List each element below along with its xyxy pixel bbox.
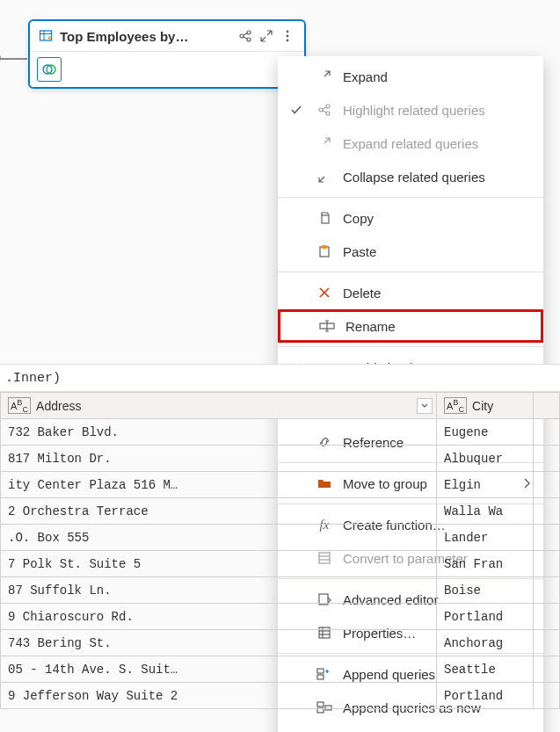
menu-merge-queries[interactable]: Merge queries [278,724,543,732]
cell-address: 732 Baker Blvd. [1,419,437,446]
menu-separator [278,197,543,198]
svg-point-13 [319,108,323,112]
rename-icon [317,319,337,333]
svg-point-10 [287,40,289,42]
node-input-port[interactable] [0,53,1,63]
cell-city: Albuquer [437,446,534,472]
menu-expand-related[interactable]: Expand related queries [278,127,543,160]
table-row[interactable]: 732 Baker Blvd.Eugene [1,419,560,446]
delete-icon [315,286,334,300]
menu-paste[interactable]: Paste [278,235,543,268]
svg-point-4 [247,31,251,34]
menu-delete[interactable]: Delete [278,276,543,309]
cell-city: Boise [437,577,534,604]
svg-line-6 [244,33,247,35]
expand-arrows-icon[interactable] [258,28,274,44]
share-icon[interactable] [237,28,253,44]
svg-point-3 [240,34,244,38]
cell-extra [534,472,560,498]
svg-point-14 [326,105,330,108]
expand-icon [315,69,334,83]
cell-extra [534,656,560,683]
cell-address: 9 Chiaroscuro Rd. [1,604,437,630]
node-connector-line [0,58,27,60]
table-row[interactable]: .O. Box 555Lander [1,525,560,551]
cell-city: Anchorag [437,630,534,656]
column-header-city[interactable]: ABC City [437,393,534,419]
text-type-icon: ABC [444,397,467,415]
cell-extra [534,604,560,630]
cell-city: Seattle [437,656,534,683]
menu-expand[interactable]: Expand [278,60,543,93]
more-options-icon[interactable] [280,28,295,44]
svg-point-15 [326,112,330,115]
cell-address: 2 Orchestra Terrace [1,498,437,525]
menu-separator [278,346,543,347]
cell-address: 743 Bering St. [1,630,437,656]
table-row[interactable]: 9 Chiaroscuro Rd.Portland [1,604,560,630]
cell-city: Portland [437,683,534,709]
svg-line-17 [323,111,326,112]
svg-point-9 [287,35,289,38]
cell-city: Eugene [437,419,534,446]
collapse-in-icon [315,170,334,184]
table-row[interactable]: 743 Bering St.Anchorag [1,630,560,656]
cell-address: ity Center Plaza 516 M… [1,472,437,498]
cell-extra [534,551,560,577]
cell-address: .O. Box 555 [1,525,437,551]
menu-highlight-related[interactable]: Highlight related queries [278,93,543,127]
svg-line-16 [323,107,326,109]
column-header-address[interactable]: ABC Address [1,393,437,419]
table-row[interactable]: 7 Polk St. Suite 5San Fran [1,551,560,577]
formula-bar[interactable]: .Inner) [0,364,560,392]
merge-step-icon[interactable] [37,57,62,82]
column-header-extra[interactable] [534,393,560,419]
menu-rename[interactable]: Rename [278,309,543,343]
data-table: ABC Address ABC City 732 Baker Blvd.Euge… [0,392,560,709]
cell-city: Walla Wa [437,498,534,525]
cell-extra [534,630,560,656]
cell-extra [534,683,560,709]
table-row[interactable]: ity Center Plaza 516 M…Elgin [1,472,560,498]
checkmark-icon [287,104,306,116]
cell-extra [534,577,560,604]
formula-text: .Inner) [5,371,61,386]
menu-collapse-related[interactable]: Collapse related queries [278,160,543,193]
svg-rect-20 [323,246,326,249]
cell-address: 87 Suffolk Ln. [1,577,437,604]
cell-city: Elgin [437,472,534,498]
copy-icon [315,211,334,225]
table-row[interactable]: 9 Jefferson Way Suite 2Portland [1,683,560,709]
svg-rect-18 [322,215,329,223]
share-icon [315,103,334,117]
menu-separator [278,272,543,272]
cell-extra [534,446,560,472]
table-row[interactable]: 05 - 14th Ave. S. Suit…Seattle [1,656,560,683]
svg-point-8 [287,31,289,33]
cell-city: Lander [437,525,534,551]
column-filter-dropdown[interactable] [417,398,433,414]
query-node[interactable]: Top Employees by… 1 st [28,19,306,89]
table-row[interactable]: 817 Milton Dr.Albuquer [1,446,560,472]
menu-copy[interactable]: Copy [278,201,543,235]
cell-city: San Fran [437,551,534,577]
cell-address: 05 - 14th Ave. S. Suit… [1,656,437,683]
table-lightning-icon [39,28,55,44]
cell-city: Portland [437,604,534,630]
svg-point-5 [247,38,251,41]
cell-address: 9 Jefferson Way Suite 2 [1,683,437,709]
paste-icon [315,244,334,258]
table-row[interactable]: 2 Orchestra TerraceWalla Wa [1,498,560,525]
text-type-icon: ABC [8,397,31,415]
query-title: Top Employees by… [60,29,232,44]
cell-extra [534,498,560,525]
cell-address: 7 Polk St. Suite 5 [1,551,437,577]
svg-line-7 [244,37,247,39]
cell-extra [534,419,560,446]
cell-extra [534,525,560,551]
expand-out-icon [315,136,334,150]
cell-address: 817 Milton Dr. [1,446,437,472]
table-row[interactable]: 87 Suffolk Ln.Boise [1,577,560,604]
